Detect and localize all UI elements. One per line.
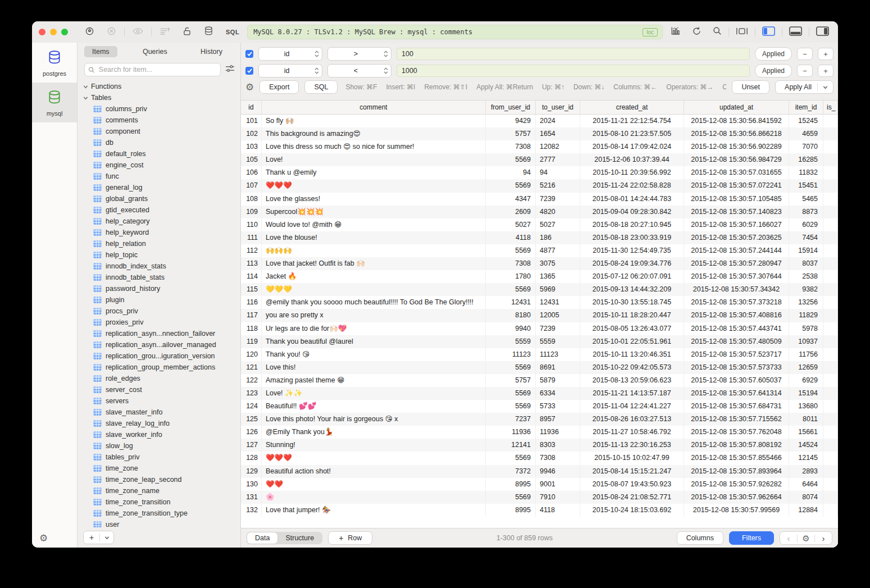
sidebar-table-item[interactable]: innodb_table_stats	[78, 272, 240, 283]
cell-from_user_id[interactable]: 4347	[486, 193, 536, 206]
cell-to_user_id[interactable]: 7239	[536, 322, 580, 335]
cell-created_at[interactable]: 2015-08-24 19:09:34.776	[580, 257, 684, 270]
cell-to_user_id[interactable]: 3075	[536, 257, 580, 270]
column-header-comment[interactable]: comment	[262, 101, 486, 114]
add-filter-button[interactable]: +	[818, 65, 833, 77]
cell-is_[interactable]	[823, 374, 838, 387]
refresh-icon[interactable]	[692, 26, 702, 38]
table-row[interactable]: 119Thank you beautiful @laurel5559555920…	[241, 335, 838, 348]
item-search-field[interactable]	[84, 63, 221, 76]
cell-comment[interactable]: Stunning!	[262, 439, 486, 452]
cell-comment[interactable]: Beautiful!! 💕💕	[262, 400, 486, 413]
cell-from_user_id[interactable]: 5569	[486, 400, 536, 413]
cell-created_at[interactable]: 2015-11-27 10:58:46.792	[580, 426, 684, 439]
filters-button[interactable]: Filters	[729, 531, 774, 545]
cell-from_user_id[interactable]: 4118	[486, 231, 536, 244]
cell-item_id[interactable]: 5978	[789, 322, 823, 335]
sidebar-table-item[interactable]: time_zone_transition_type	[78, 508, 240, 519]
cell-created_at[interactable]: 2015-10-15 10:02:47.99	[580, 452, 684, 464]
sidebar-table-item[interactable]: proxies_priv	[78, 317, 240, 328]
left-panel-icon[interactable]	[762, 26, 775, 38]
column-header-from_user_id[interactable]: from_user_id	[486, 101, 536, 114]
cell-comment[interactable]: @emily thank you soooo much beautiful!!!…	[262, 296, 486, 309]
close-window-button[interactable]	[39, 29, 45, 35]
tabbar-icon[interactable]	[736, 27, 748, 38]
cell-updated_at[interactable]: 2015-12-08 15:30:57.480509	[684, 335, 789, 348]
cell-item_id[interactable]: 15245	[789, 115, 823, 127]
table-row[interactable]: 102This background is amazing😍5757165420…	[241, 127, 838, 140]
tab-queries[interactable]: Queries	[135, 46, 175, 57]
cell-is_[interactable]	[823, 166, 838, 179]
cell-to_user_id[interactable]: 11123	[536, 348, 580, 361]
connection-postgres[interactable]: postgres	[32, 43, 77, 83]
cell-comment[interactable]: Love the glasses!	[262, 193, 486, 206]
cell-id[interactable]: 128	[241, 452, 262, 464]
cell-created_at[interactable]: 2015-08-18 23:00:33.919	[580, 231, 684, 244]
unset-button[interactable]: Unset	[732, 80, 769, 94]
remove-filter-button[interactable]: −	[797, 65, 813, 77]
table-row[interactable]: 120Thank you! 😘11123111232015-10-11 13:2…	[241, 348, 838, 361]
tab-structure[interactable]: Structure	[277, 532, 322, 544]
cell-updated_at[interactable]: 2015-12-08 15:30:57.307644	[684, 270, 789, 283]
cell-to_user_id[interactable]: 12005	[536, 309, 580, 322]
table-row[interactable]: 106Thank u @emily94942015-10-11 20:39:56…	[241, 166, 838, 179]
minimize-window-button[interactable]	[50, 29, 57, 35]
sidebar-table-item[interactable]: func	[78, 171, 240, 182]
cell-comment[interactable]: Would love to! @mith 😁	[262, 218, 486, 231]
cell-updated_at[interactable]: 2015-12-08 15:30:56.841592	[684, 115, 789, 127]
database-icon[interactable]	[204, 26, 213, 38]
cell-to_user_id[interactable]: 7910	[536, 491, 580, 504]
cell-comment[interactable]: Thank u @emily	[262, 166, 486, 179]
cell-is_[interactable]	[823, 413, 838, 426]
table-row[interactable]: 127Stunning!1214183032015-11-13 22:30:16…	[241, 439, 838, 452]
cell-created_at[interactable]: 2015-08-01 14:24:44.783	[580, 193, 684, 206]
cell-item_id[interactable]: 11829	[789, 309, 823, 322]
cell-comment[interactable]: Love the blouse!	[262, 231, 486, 244]
sidebar-table-item[interactable]: servers	[78, 395, 240, 407]
cell-id[interactable]: 113	[241, 257, 262, 270]
cell-updated_at[interactable]: 2015-12-08 15:30:57.443741	[684, 322, 789, 335]
sidebar-table-item[interactable]: password_history	[78, 283, 240, 294]
cell-item_id[interactable]: 7454	[789, 231, 823, 244]
cell-comment[interactable]: @Emily Thank you💃	[262, 426, 486, 439]
cell-comment[interactable]: ❤️❤️❤️	[262, 452, 486, 464]
column-header-to_user_id[interactable]: to_user_id	[536, 101, 580, 114]
cell-from_user_id[interactable]: 7372	[486, 465, 536, 478]
cell-is_[interactable]	[823, 504, 838, 517]
cell-to_user_id[interactable]: 5216	[536, 179, 580, 192]
cell-id[interactable]: 131	[241, 491, 262, 504]
cell-updated_at[interactable]: 2015-12-08 15:30:57.373218	[684, 296, 789, 309]
cell-comment[interactable]: ❤️❤️❤️	[262, 179, 486, 192]
sidebar-table-item[interactable]: procs_priv	[78, 306, 240, 317]
cell-from_user_id[interactable]: 11123	[486, 348, 536, 361]
cell-is_[interactable]	[823, 491, 838, 504]
tab-history[interactable]: History	[193, 46, 230, 57]
cell-comment[interactable]: This background is amazing😍	[262, 127, 486, 140]
cell-is_[interactable]	[823, 179, 838, 192]
search-icon[interactable]	[713, 26, 722, 38]
columns-button[interactable]: Columns	[677, 531, 723, 545]
cell-is_[interactable]	[823, 296, 838, 309]
tree-section-tables[interactable]: Tables	[78, 92, 240, 103]
add-item-split-button[interactable]: +	[83, 531, 114, 544]
cell-comment[interactable]: Love this photo! Your hair is gorgeous 😘…	[262, 413, 486, 426]
cell-to_user_id[interactable]: 6334	[536, 387, 580, 400]
cell-from_user_id[interactable]: 5569	[486, 283, 536, 296]
cell-is_[interactable]	[823, 193, 838, 206]
sidebar-table-item[interactable]: global_grants	[78, 193, 240, 204]
sidebar-table-item[interactable]: db	[78, 137, 240, 148]
cell-id[interactable]: 115	[241, 283, 262, 296]
cell-item_id[interactable]: 10937	[789, 335, 823, 348]
cell-created_at[interactable]: 2015-09-04 09:28:30.842	[580, 206, 684, 218]
sidebar-table-item[interactable]: replication_grou...iguration_version	[78, 350, 240, 362]
cell-to_user_id[interactable]: 4877	[536, 244, 580, 257]
add-row-button[interactable]: +Row	[328, 531, 372, 545]
cell-created_at[interactable]: 2015-10-11 13:20:46.351	[580, 348, 684, 361]
table-row[interactable]: 117you are so pretty x8180120052015-10-1…	[241, 309, 838, 322]
sidebar-table-item[interactable]: tables_priv	[78, 452, 240, 463]
cell-from_user_id[interactable]: 5569	[486, 153, 536, 166]
cell-updated_at[interactable]: 2015-12-08 15:30:57.762048	[684, 426, 789, 439]
cell-to_user_id[interactable]: 94	[536, 166, 580, 179]
cell-to_user_id[interactable]: 9946	[536, 465, 580, 478]
cell-is_[interactable]	[823, 361, 838, 374]
